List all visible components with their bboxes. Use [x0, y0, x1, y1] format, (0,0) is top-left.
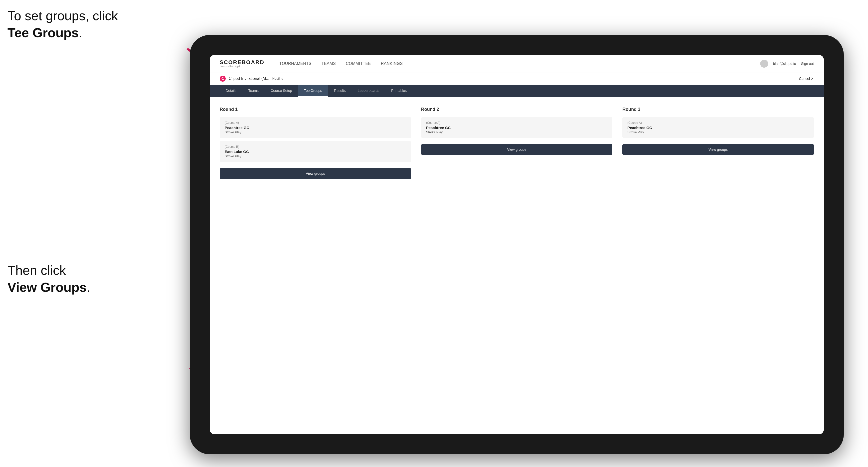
course-card-r2-c1: (Course A)Peachtree GCStroke Play	[421, 117, 613, 138]
tablet-screen: SCOREBOARD Powered by clippit TOURNAMENT…	[210, 55, 824, 434]
course-name: Peachtree GC	[225, 126, 406, 130]
main-content: Round 1(Course A)Peachtree GCStroke Play…	[210, 97, 824, 434]
round-title-3: Round 3	[622, 107, 814, 112]
tab-bar: DetailsTeamsCourse SetupTee GroupsResult…	[210, 85, 824, 97]
tournament-icon: C	[220, 75, 226, 82]
course-label: (Course A)	[426, 121, 608, 125]
tab-teams[interactable]: Teams	[242, 85, 265, 97]
course-card-r1-c1: (Course A)Peachtree GCStroke Play	[220, 117, 411, 138]
round-column-2: Round 2(Course A)Peachtree GCStroke Play…	[421, 107, 613, 179]
course-format: Stroke Play	[627, 130, 809, 134]
hosting-badge: Hosting	[272, 76, 283, 81]
course-label: (Course A)	[627, 121, 809, 125]
nav-link-teams[interactable]: TEAMS	[321, 61, 336, 66]
course-format: Stroke Play	[426, 130, 608, 134]
view-groups-button-round-2[interactable]: View groups	[421, 144, 613, 155]
view-groups-button-round-3[interactable]: View groups	[622, 144, 814, 155]
tab-results[interactable]: Results	[328, 85, 352, 97]
round-title-2: Round 2	[421, 107, 613, 112]
instruction-top-line1: To set groups, click	[7, 8, 118, 23]
sign-out-link[interactable]: Sign out	[801, 62, 814, 66]
course-label: (Course A)	[225, 121, 406, 125]
tournament-bar: C Clippd Invitational (M... Hosting Canc…	[210, 72, 824, 85]
course-label: (Course B)	[225, 145, 406, 149]
course-name: Peachtree GC	[426, 126, 608, 130]
tab-details[interactable]: Details	[220, 85, 242, 97]
logo-scoreboard: SCOREBOARD	[220, 60, 265, 65]
logo-powered: Powered by clippit	[220, 65, 265, 68]
cancel-button[interactable]: Cancel ✕	[799, 76, 814, 81]
tournament-name: Clippd Invitational (M...	[229, 76, 269, 81]
nav-link-committee[interactable]: COMMITTEE	[346, 61, 371, 66]
nav-link-rankings[interactable]: RANKINGS	[381, 61, 403, 66]
instruction-bottom-line2: View Groups	[7, 280, 87, 294]
round-column-1: Round 1(Course A)Peachtree GCStroke Play…	[220, 107, 411, 179]
instruction-bottom: Then click View Groups.	[7, 262, 90, 296]
course-name: Peachtree GC	[627, 126, 809, 130]
tournament-name-area: C Clippd Invitational (M... Hosting	[220, 75, 283, 82]
instruction-top-line2: Tee Groups	[7, 26, 79, 40]
rounds-grid: Round 1(Course A)Peachtree GCStroke Play…	[220, 107, 814, 179]
course-card-r1-c2: (Course B)East Lake GCStroke Play	[220, 141, 411, 162]
nav-right: blair@clippd.io Sign out	[760, 60, 814, 68]
round-title-1: Round 1	[220, 107, 411, 112]
tab-tee-groups[interactable]: Tee Groups	[298, 85, 328, 97]
user-avatar	[760, 60, 768, 68]
nav-link-tournaments[interactable]: TOURNAMENTS	[279, 61, 312, 66]
course-card-r3-c1: (Course A)Peachtree GCStroke Play	[622, 117, 814, 138]
tab-leaderboards[interactable]: Leaderboards	[352, 85, 385, 97]
tab-printables[interactable]: Printables	[385, 85, 413, 97]
tablet-device: SCOREBOARD Powered by clippit TOURNAMENT…	[190, 35, 844, 454]
nav-left: SCOREBOARD Powered by clippit TOURNAMENT…	[220, 60, 403, 68]
round-column-3: Round 3(Course A)Peachtree GCStroke Play…	[622, 107, 814, 179]
course-format: Stroke Play	[225, 130, 406, 134]
nav-links: TOURNAMENTSTEAMSCOMMITTEERANKINGS	[279, 61, 403, 66]
user-email: blair@clippd.io	[773, 62, 796, 66]
course-format: Stroke Play	[225, 154, 406, 158]
logo: SCOREBOARD Powered by clippit	[220, 60, 265, 68]
view-groups-button-round-1[interactable]: View groups	[220, 168, 411, 179]
top-navigation: SCOREBOARD Powered by clippit TOURNAMENT…	[210, 55, 824, 72]
instruction-bottom-line1: Then click	[7, 263, 66, 278]
course-name: East Lake GC	[225, 150, 406, 154]
tab-course-setup[interactable]: Course Setup	[265, 85, 298, 97]
instruction-top: To set groups, click Tee Groups.	[7, 7, 118, 41]
